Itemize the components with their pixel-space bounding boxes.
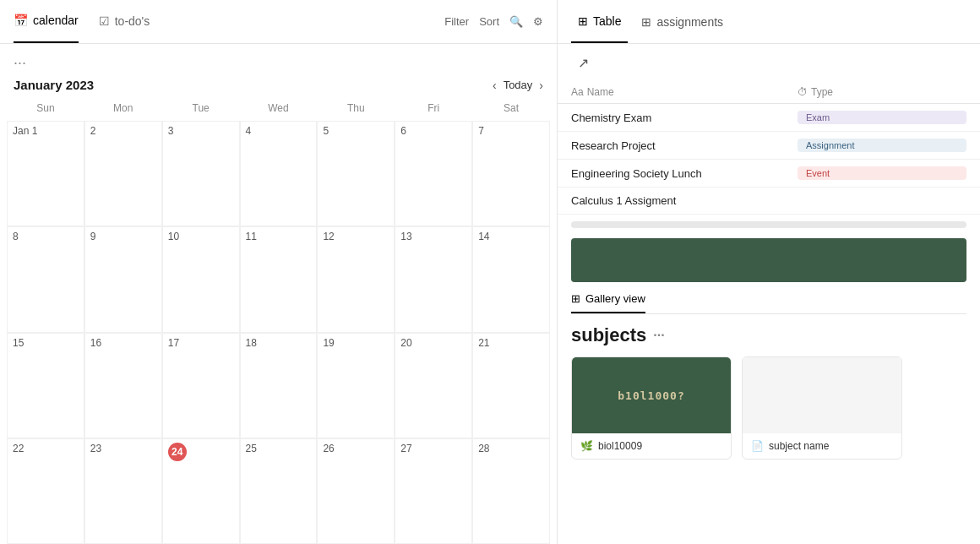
day-22[interactable]: 22 — [7, 438, 84, 544]
day-20[interactable]: 20 — [395, 333, 472, 438]
day-9[interactable]: 9 — [84, 226, 162, 332]
day-jan1[interactable]: Jan 1 — [7, 121, 84, 226]
card-label-text-subject: subject name — [769, 440, 829, 452]
day-2[interactable]: 2 — [84, 121, 162, 226]
tab-calendar[interactable]: 📅 calendar — [14, 0, 79, 43]
weekday-wed: Wed — [240, 99, 318, 117]
card-label-text-biol: biol10009 — [598, 440, 642, 452]
calendar-nav: ‹ Today › — [493, 79, 543, 92]
name-column-icon: Aa — [571, 86, 584, 98]
gallery-card-subject[interactable]: 📄 subject name — [742, 356, 902, 460]
day-3[interactable]: 3 — [162, 121, 240, 226]
tab-assignments-label: assignments — [656, 15, 723, 29]
day-17[interactable]: 17 — [162, 333, 240, 438]
day-26[interactable]: 26 — [317, 438, 395, 544]
day-15[interactable]: 15 — [7, 333, 84, 438]
row-name-research: Research Project — [571, 139, 798, 152]
left-toolbar: ... — [0, 44, 557, 74]
day-23[interactable]: 23 — [84, 438, 162, 544]
name-column-header: Aa Name — [571, 86, 798, 98]
calendar-header: January 2023 ‹ Today › — [0, 74, 557, 99]
leaf-icon: 🌿 — [580, 440, 593, 452]
day-25[interactable]: 25 — [240, 438, 318, 544]
tab-table[interactable]: ⊞ Table — [571, 0, 628, 43]
table-row[interactable]: Calculus 1 Assigment — [558, 188, 980, 215]
gallery-tabs: ⊞ Gallery view — [571, 286, 966, 314]
calendar-grid: Sun Mon Tue Wed Thu Fri Sat Jan 1 2 3 4 … — [0, 99, 557, 544]
day-16[interactable]: 16 — [84, 333, 162, 438]
card-image-placeholder — [743, 357, 901, 433]
card-label-subject: 📄 subject name — [743, 433, 901, 459]
day-4[interactable]: 4 — [240, 121, 318, 226]
row-name-engineering: Engineering Society Lunch — [571, 167, 798, 180]
day-27[interactable]: 27 — [395, 438, 472, 544]
type-column-header: ⏱ Type — [798, 86, 966, 98]
checkbox-icon: ☑ — [99, 14, 110, 28]
calendar-days: Jan 1 2 3 4 5 6 7 8 9 10 11 12 13 14 15 … — [7, 121, 550, 544]
day-7[interactable]: 7 — [472, 121, 550, 226]
badge-exam: Exam — [798, 111, 966, 124]
gallery-grid-icon: ⊞ — [571, 292, 580, 305]
section-divider — [571, 221, 966, 228]
tab-assignments[interactable]: ⊞ assignments — [634, 0, 730, 43]
day-19[interactable]: 19 — [317, 333, 395, 438]
calendar-title: January 2023 — [14, 78, 94, 92]
tab-calendar-label: calendar — [33, 14, 79, 27]
sort-button[interactable]: Sort — [479, 15, 499, 28]
gallery-tab-label: Gallery view — [585, 292, 645, 305]
row-name-calculus: Calculus 1 Assigment — [571, 194, 798, 207]
day-28[interactable]: 28 — [472, 438, 550, 544]
gallery-section: ⊞ Gallery view subjects ··· b10l1000? 🌿 … — [558, 286, 980, 460]
tab-actions: Filter Sort 🔍 ⚙ — [444, 15, 543, 28]
more-options-icon[interactable]: ⚙ — [533, 15, 543, 28]
document-icon: 📄 — [751, 440, 764, 452]
gallery-card-biol[interactable]: b10l1000? 🌿 biol10009 — [571, 356, 732, 460]
calendar-icon: 📅 — [14, 14, 28, 27]
day-8[interactable]: 8 — [7, 226, 84, 332]
filter-button[interactable]: Filter — [444, 15, 469, 28]
today-button[interactable]: Today — [504, 79, 533, 91]
external-link-button[interactable]: ↗ — [571, 51, 595, 74]
dots-menu-button[interactable]: ... — [14, 51, 26, 68]
day-6[interactable]: 6 — [395, 121, 472, 226]
day-5[interactable]: 5 — [317, 121, 395, 226]
table-row[interactable]: Engineering Society Lunch Event — [558, 160, 980, 188]
prev-month-button[interactable]: ‹ — [493, 79, 497, 92]
weekday-mon: Mon — [84, 99, 162, 117]
weekday-fri: Fri — [395, 99, 472, 117]
gallery-title-text: subjects — [571, 324, 646, 346]
gallery-preview-image — [571, 238, 966, 282]
tab-todos[interactable]: ☑ to-do's — [99, 0, 150, 43]
row-name-chemistry: Chemistry Exam — [571, 112, 798, 124]
day-11[interactable]: 11 — [240, 226, 318, 332]
day-18[interactable]: 18 — [240, 333, 318, 438]
next-month-button[interactable]: › — [539, 79, 543, 92]
name-column-label: Name — [587, 86, 614, 98]
day-13[interactable]: 13 — [395, 226, 472, 332]
right-tabs: ⊞ Table ⊞ assignments — [558, 0, 980, 44]
type-column-label: Type — [811, 86, 833, 98]
badge-assignment: Assignment — [798, 139, 966, 152]
day-24[interactable]: 24 — [162, 438, 240, 544]
weekday-tue: Tue — [162, 99, 240, 117]
right-panel: ⊞ Table ⊞ assignments ↗ Aa Name ⏱ Type C… — [558, 0, 980, 544]
day-21[interactable]: 21 — [472, 333, 550, 438]
search-icon[interactable]: 🔍 — [509, 15, 523, 28]
left-panel: 📅 calendar ☑ to-do's Filter Sort 🔍 ⚙ ...… — [0, 0, 558, 544]
weekday-sat: Sat — [472, 99, 550, 117]
type-column-icon: ⏱ — [798, 86, 808, 98]
gallery-more-button[interactable]: ··· — [653, 328, 664, 343]
day-12[interactable]: 12 — [317, 226, 395, 332]
assignments-grid-icon: ⊞ — [641, 15, 651, 29]
table-row[interactable]: Chemistry Exam Exam — [558, 104, 980, 132]
gallery-view-tab[interactable]: ⊞ Gallery view — [571, 286, 645, 313]
biol-image-text: b10l1000? — [618, 389, 684, 402]
day-10[interactable]: 10 — [162, 226, 240, 332]
day-14[interactable]: 14 — [472, 226, 550, 332]
table-grid-icon: ⊞ — [578, 14, 588, 28]
weekday-sun: Sun — [7, 99, 84, 117]
weekdays-row: Sun Mon Tue Wed Thu Fri Sat — [7, 99, 550, 117]
badge-event: Event — [798, 166, 966, 180]
left-tabs: 📅 calendar ☑ to-do's Filter Sort 🔍 ⚙ — [0, 0, 557, 44]
table-row[interactable]: Research Project Assignment — [558, 132, 980, 160]
